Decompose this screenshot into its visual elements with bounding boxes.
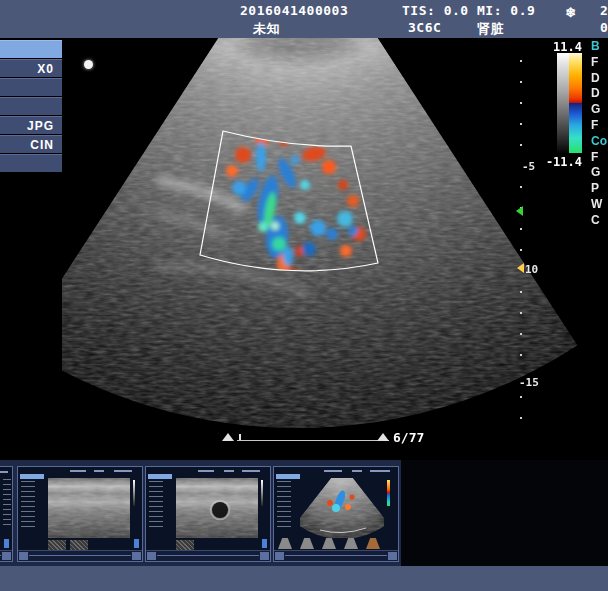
velocity-scale-max: 11.4 (546, 40, 582, 54)
ultrasound-sector-image (62, 38, 608, 460)
right-parameter-column: B F D D G F Co F G P W C (591, 39, 608, 229)
param-row: P (591, 181, 608, 197)
cine-start-marker[interactable] (222, 433, 234, 441)
depth-tick (520, 249, 522, 251)
param-row: G (591, 165, 608, 181)
mini-thumb-fan (322, 538, 336, 549)
param-b-mode: B (591, 39, 608, 55)
mini-text (242, 470, 260, 472)
freeze-snowflake-icon: ❄ (565, 5, 576, 20)
mini-scrollbar[interactable] (274, 550, 398, 561)
header-bar: 2016041400003 TIS: 0.0 MI: 0.9 未知 3C6C 肾… (0, 0, 608, 38)
mini-scroll-indicator (262, 539, 267, 548)
probe-orientation-marker (84, 60, 93, 69)
param-color-mode: Co (591, 134, 608, 150)
mini-text (70, 470, 86, 472)
depth-tick (520, 186, 522, 188)
mini-text (3, 479, 11, 527)
patient-name: 未知 (253, 20, 280, 38)
mini-thumb-fan (366, 538, 380, 549)
cine-end-marker[interactable] (377, 433, 389, 441)
mini-grayscale-bar (133, 480, 135, 506)
mini-sidebar-text (149, 481, 163, 529)
mini-sidebar-highlight (148, 474, 172, 479)
mini-sidebar-text (21, 481, 35, 529)
mini-text (352, 470, 362, 472)
doppler-color-bar (569, 53, 582, 153)
mini-sidebar-highlight (20, 474, 44, 479)
sidebar-item-blank-3[interactable] (0, 154, 62, 172)
param-row: C (591, 213, 608, 229)
depth-tick (520, 144, 522, 146)
param-row: D (591, 71, 608, 87)
mini-thumb-fan (344, 538, 358, 549)
param-row: F (591, 118, 608, 134)
depth-tick (520, 60, 522, 62)
depth-tick (520, 312, 522, 314)
mi-value: MI: 0.9 (477, 3, 535, 18)
mini-sidebar-highlight (276, 474, 300, 479)
param-row: F (591, 150, 608, 166)
mini-text (324, 470, 342, 472)
param-row: W (591, 197, 608, 213)
thumbnail-linear-2[interactable] (145, 466, 271, 562)
param-row: D (591, 86, 608, 102)
gray-scale-bar (557, 53, 569, 153)
depth-cursor-icon[interactable] (517, 263, 524, 273)
mini-scroll-indicator (134, 539, 139, 548)
tis-value: TIS: 0.0 (402, 3, 469, 18)
param-row: F (591, 55, 608, 71)
thumbnail-linear-1[interactable] (17, 466, 143, 562)
depth-tick (520, 333, 522, 335)
exam-preset: 肾脏 (477, 20, 504, 38)
mini-scrollbar[interactable] (0, 550, 12, 561)
depth-tick (520, 354, 522, 356)
mini-grayscale-bar (261, 480, 263, 506)
sidebar-item-x0[interactable]: X0 (0, 59, 62, 77)
sidebar-item-jpg[interactable]: JPG (0, 116, 62, 134)
mini-scrollbar[interactable] (146, 550, 270, 561)
left-toolbar: X0 JPG CIN (0, 40, 62, 173)
mini-text (198, 470, 214, 472)
param-row: G (591, 102, 608, 118)
depth-tick (520, 396, 522, 398)
clipped-text-2: 0 (600, 20, 608, 35)
mini-sidebar-text (277, 481, 291, 529)
mini-ultrasound-image (300, 478, 384, 538)
depth-tick (520, 417, 522, 419)
depth-tick (520, 123, 522, 125)
cine-frame-counter: 6/77 (393, 430, 424, 445)
depth-label-10: 10 (525, 263, 538, 276)
thumbnail-empty-area (401, 460, 608, 566)
mini-scroll-indicator (4, 539, 9, 548)
depth-label-15: -15 (519, 376, 539, 389)
thumbnail-panel (0, 460, 401, 566)
thumbnail-color-doppler[interactable] (273, 466, 399, 562)
sidebar-item-active[interactable] (0, 40, 62, 58)
clipped-text-1: 2 (600, 3, 608, 18)
cine-track[interactable] (237, 440, 389, 441)
depth-tick (520, 291, 522, 293)
depth-tick (520, 81, 522, 83)
sidebar-item-blank-1[interactable] (0, 78, 62, 96)
mini-ultrasound-image (48, 478, 130, 538)
mini-scrollbar[interactable] (18, 550, 142, 561)
exam-id: 2016041400003 (240, 3, 348, 18)
probe-model: 3C6C (408, 20, 441, 35)
velocity-scale-min: -11.4 (540, 155, 582, 169)
thumbnail-partial[interactable] (0, 466, 13, 562)
bottom-status-bar (0, 566, 608, 591)
mini-color-bar (387, 480, 390, 506)
depth-tick (520, 228, 522, 230)
mini-text (224, 470, 234, 472)
mini-text (114, 470, 132, 472)
mini-ultrasound-image (176, 478, 258, 538)
sidebar-item-cin[interactable]: CIN (0, 135, 62, 153)
focus-marker-icon[interactable] (516, 206, 523, 216)
sidebar-item-blank-2[interactable] (0, 97, 62, 115)
mini-thumb-fan (300, 538, 314, 549)
mini-text (94, 470, 104, 472)
mini-thumb-fan (278, 538, 292, 549)
mini-text (370, 470, 390, 472)
mini-text (0, 471, 8, 473)
